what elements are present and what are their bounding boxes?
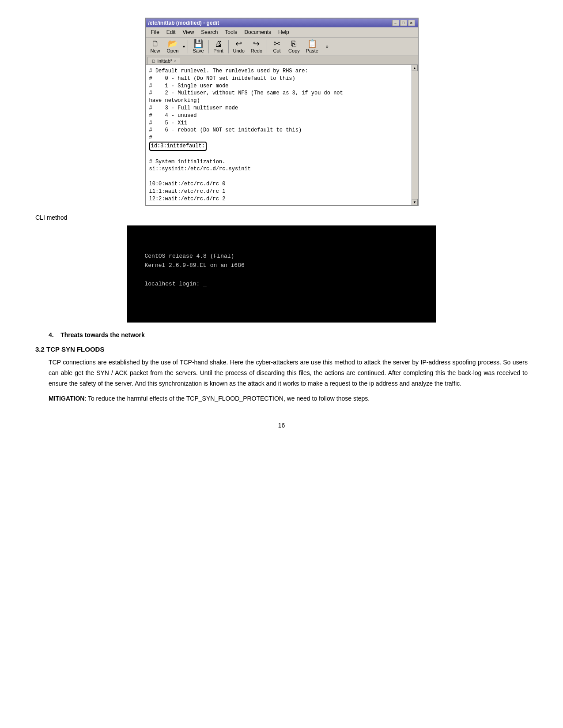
redo-label: Redo — [251, 48, 262, 53]
gedit-text-area[interactable]: # Default runlevel. The runlevels used b… — [146, 65, 412, 205]
mitigation-label: MITIGATION — [49, 395, 84, 402]
copy-label: Copy — [288, 48, 300, 53]
cli-line-3: localhost login: _ — [145, 281, 207, 287]
section4-heading: 4. Threats towards the network — [49, 331, 528, 338]
menu-file[interactable]: File — [147, 28, 163, 36]
gedit-window: /etc/inittab (modified) - gedit – □ × Fi… — [145, 18, 419, 206]
undo-icon: ↩ — [235, 40, 242, 48]
menu-view[interactable]: View — [179, 28, 198, 36]
toolbar-separator-4 — [267, 40, 267, 53]
paste-icon: 📋 — [307, 40, 317, 48]
section4-number: 4. — [49, 331, 54, 338]
undo-button[interactable]: ↩ Undo — [230, 39, 247, 54]
scrollbar-up-button[interactable]: ▲ — [412, 65, 418, 71]
section32-heading: 3.2 TCP SYN FLOODS — [35, 345, 528, 353]
menu-documents[interactable]: Documents — [241, 28, 275, 36]
menu-help[interactable]: Help — [275, 28, 293, 36]
toolbar-separator-2 — [208, 40, 209, 53]
section4-title: Threats towards the network — [60, 331, 145, 338]
cli-line-1: CentOS release 4.8 (Final) — [145, 253, 234, 259]
gedit-toolbar: 🗋 New 📂 Open ▾ 💾 Save 🖨 Print ↩ Undo ↪ R… — [146, 38, 418, 56]
gedit-titlebar: /etc/inittab (modified) - gedit – □ × — [146, 19, 418, 27]
new-button[interactable]: 🗋 New — [147, 39, 163, 54]
page-number: 16 — [35, 422, 528, 429]
menu-tools[interactable]: Tools — [221, 28, 241, 36]
open-arrow[interactable]: ▾ — [182, 44, 186, 49]
gedit-tabs: 🗋 inittab* × — [146, 56, 418, 65]
copy-button[interactable]: ⎘ Copy — [286, 39, 302, 54]
undo-label: Undo — [233, 48, 245, 53]
open-button[interactable]: 📂 Open — [164, 39, 181, 54]
toolbar-separator-3 — [228, 40, 229, 53]
gedit-scrollbar[interactable]: ▲ ▼ — [412, 65, 418, 205]
save-icon: 💾 — [193, 40, 203, 48]
maximize-button[interactable]: □ — [400, 20, 407, 26]
save-button[interactable]: 💾 Save — [190, 39, 206, 54]
cli-method-label: CLI method — [35, 214, 528, 221]
gedit-content-area: # Default runlevel. The runlevels used b… — [146, 65, 418, 205]
print-label: Print — [213, 48, 223, 53]
redo-icon: ↪ — [253, 40, 260, 48]
new-label: New — [150, 48, 160, 53]
redo-button[interactable]: ↪ Redo — [248, 39, 265, 54]
tab-label: inittab* — [158, 58, 173, 64]
gedit-tab-inittab[interactable]: 🗋 inittab* × — [147, 57, 181, 64]
section32-paragraph1: TCP connections are established by the u… — [49, 357, 528, 389]
cut-label: Cut — [273, 48, 281, 53]
scrollbar-track[interactable] — [412, 71, 417, 199]
open-icon: 📂 — [168, 40, 178, 48]
highlighted-initdefault: id:3:initdefault: — [149, 142, 207, 151]
mitigation-text: : To reduce the harmful effects of the T… — [84, 395, 370, 402]
save-label: Save — [193, 48, 204, 53]
close-button[interactable]: × — [408, 20, 415, 26]
paste-label: Paste — [306, 48, 318, 53]
scrollbar-down-button[interactable]: ▼ — [412, 199, 418, 205]
gedit-menubar: File Edit View Search Tools Documents He… — [146, 27, 418, 38]
minimize-button[interactable]: – — [392, 20, 399, 26]
print-icon: 🖨 — [215, 40, 223, 48]
section32-paragraph2: MITIGATION: To reduce the harmful effect… — [49, 394, 528, 404]
cli-line-2: Kernel 2.6.9-89.EL on an i686 — [145, 262, 245, 269]
toolbar-more-arrow[interactable]: » — [325, 44, 329, 49]
paste-button[interactable]: 📋 Paste — [303, 39, 321, 54]
menu-edit[interactable]: Edit — [163, 28, 179, 36]
tab-close-button[interactable]: × — [174, 59, 176, 63]
titlebar-buttons: – □ × — [392, 20, 415, 26]
menu-search[interactable]: Search — [197, 28, 221, 36]
cut-button[interactable]: ✂ Cut — [269, 39, 285, 54]
toolbar-separator-1 — [188, 40, 188, 53]
tab-file-icon: 🗋 — [151, 59, 156, 64]
toolbar-separator-5 — [323, 40, 323, 53]
new-icon: 🗋 — [151, 40, 159, 48]
cut-icon: ✂ — [274, 40, 280, 48]
gedit-title: /etc/inittab (modified) - gedit — [148, 20, 219, 26]
print-button[interactable]: 🖨 Print — [211, 39, 227, 54]
copy-icon: ⎘ — [291, 40, 296, 48]
cli-terminal: CentOS release 4.8 (Final) Kernel 2.6.9-… — [127, 225, 436, 323]
open-label: Open — [167, 48, 179, 53]
